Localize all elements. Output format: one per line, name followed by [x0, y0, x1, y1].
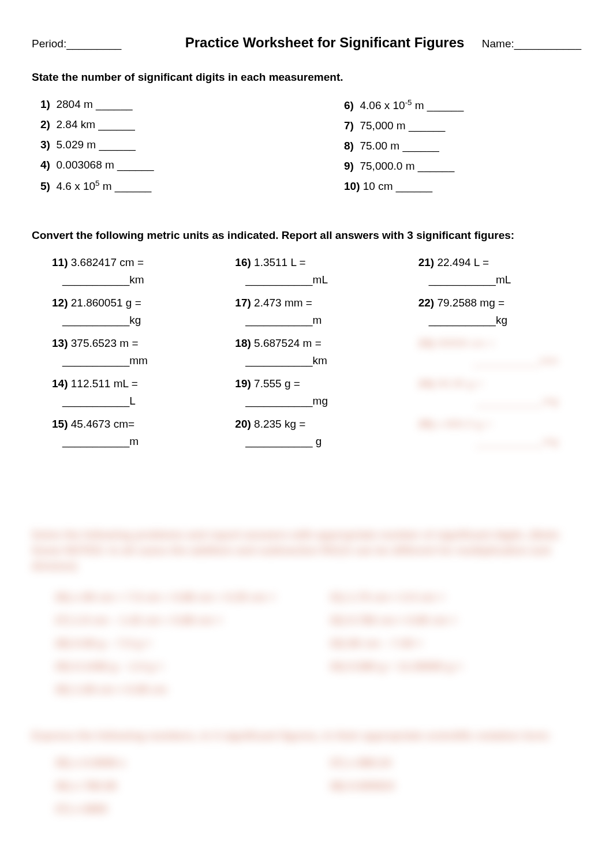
- blurred-problems: 26) x 80 cm + 7.5 cm + 0.88 cm + 0.25 cm…: [32, 591, 581, 706]
- q15: 15) 45.4673 cm=___________m: [52, 418, 215, 448]
- q13: 13) 375.6523 m =___________mm: [52, 337, 215, 367]
- blurred-bottom-right: 37) x 880.24 38) 0.000024: [306, 757, 581, 826]
- blurred-instruction2: Express the following numbers, in 3 sign…: [32, 729, 581, 742]
- q22: 22) 79.2588 mg =___________kg: [418, 297, 581, 327]
- q10: 10) 10 cm ______: [335, 180, 581, 193]
- q12: 12) 21.860051 g =___________kg: [52, 297, 215, 327]
- q2: 2) 2.84 km ______: [32, 118, 278, 131]
- blurred-instruction: Solve the following problems and report …: [32, 527, 581, 574]
- blurred-content: Solve the following problems and report …: [32, 527, 581, 826]
- q19: 19) 7.555 g =___________mg: [235, 377, 398, 407]
- q24: 24) 00.05 g =___________mg: [418, 377, 581, 407]
- sigfig-left-col: 1) 2804 m ______ 2) 2.84 km ______ 3) 5.…: [32, 98, 278, 200]
- q11: 11) 3.682417 cm =___________km: [52, 256, 215, 286]
- q20: 20) 8.235 kg =___________ g: [235, 418, 398, 448]
- q16: 16) 1.3511 L =___________mL: [235, 256, 398, 286]
- q3: 3) 5.029 m ______: [32, 139, 278, 151]
- q8: 8) 75.00 m ______: [335, 140, 581, 152]
- sigfig-right-col: 6) 4.06 x 10-5 m ______ 7) 75,000 m ____…: [335, 98, 581, 200]
- q18: 18) 5.687524 m =___________km: [235, 337, 398, 367]
- blurred-right: 31) 1.70 cm × 2.0 cm = 32) 0.780 cm × 0.…: [306, 591, 581, 706]
- section1-instruction: State the number of significant digits i…: [32, 71, 581, 84]
- q21: 21) 22.494 L =___________mL: [418, 256, 581, 286]
- q4: 4) 0.003068 m ______: [32, 159, 278, 171]
- convert-section: 11) 3.682417 cm =___________km 12) 21.86…: [32, 256, 581, 458]
- blurred-scinot: 35) x 0.0008 x 36) x 780.08 37) x 6800 3…: [32, 757, 581, 826]
- name-field: Name:___________: [482, 38, 581, 50]
- convert-col2: 16) 1.3511 L =___________mL 17) 2.473 mm…: [215, 256, 398, 458]
- convert-col1: 11) 3.682417 cm =___________km 12) 21.86…: [32, 256, 215, 458]
- worksheet-title: Practice Worksheet for Significant Figur…: [167, 35, 481, 51]
- q1: 1) 2804 m ______: [32, 98, 278, 111]
- q25: 25) x 800.0 g =___________mg: [418, 418, 581, 448]
- q7: 7) 75,000 m ______: [335, 119, 581, 132]
- q9: 9) 75,000.0 m ______: [335, 160, 581, 173]
- blurred-left: 26) x 80 cm + 7.5 cm + 0.88 cm + 0.25 cm…: [32, 591, 306, 706]
- period-field: Period:_________: [32, 38, 121, 50]
- q5: 5) 4.6 x 105 m ______: [32, 179, 278, 193]
- convert-col3: 21) 22.494 L =___________mL 22) 79.2588 …: [398, 256, 581, 458]
- q23: 23) 00000 cm =___________mm: [418, 337, 581, 367]
- section2-instruction: Convert the following metric units as in…: [32, 229, 581, 242]
- worksheet-header: Period:_________ Practice Worksheet for …: [32, 35, 581, 51]
- q14: 14) 112.511 mL =___________L: [52, 377, 215, 407]
- q17: 17) 2.473 mm =___________m: [235, 297, 398, 327]
- blurred-bottom-left: 35) x 0.0008 x 36) x 780.08 37) x 6800: [32, 757, 306, 826]
- q6: 6) 4.06 x 10-5 m ______: [335, 98, 581, 112]
- sigfig-section: 1) 2804 m ______ 2) 2.84 km ______ 3) 5.…: [32, 98, 581, 200]
